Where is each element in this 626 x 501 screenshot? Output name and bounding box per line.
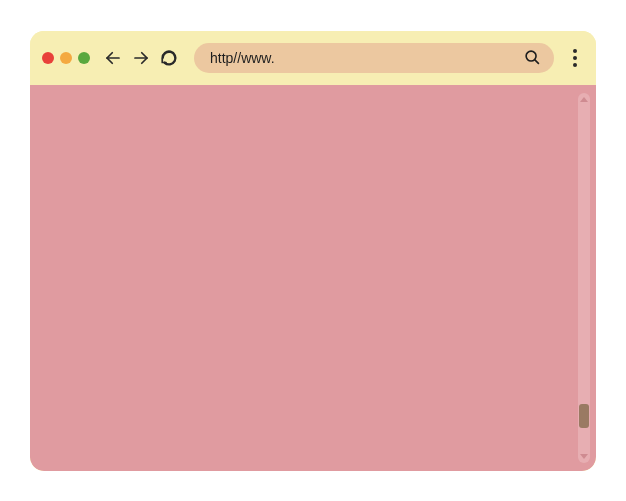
content-area <box>30 85 596 471</box>
reload-button[interactable] <box>158 47 180 69</box>
vertical-scrollbar[interactable] <box>578 93 590 463</box>
search-icon <box>524 49 541 66</box>
close-window-button[interactable] <box>42 52 54 64</box>
arrow-right-icon <box>132 49 150 67</box>
minimize-window-button[interactable] <box>60 52 72 64</box>
scroll-track[interactable] <box>578 102 590 454</box>
window-controls <box>42 52 90 64</box>
svg-line-3 <box>534 60 538 64</box>
url-input[interactable] <box>210 50 520 66</box>
address-bar[interactable] <box>194 43 554 73</box>
search-button[interactable] <box>520 46 544 70</box>
svg-point-2 <box>526 51 536 61</box>
reload-icon <box>160 49 178 67</box>
browser-toolbar <box>30 31 596 85</box>
browser-window <box>30 31 596 471</box>
scroll-thumb[interactable] <box>579 404 589 428</box>
maximize-window-button[interactable] <box>78 52 90 64</box>
forward-button[interactable] <box>130 47 152 69</box>
back-button[interactable] <box>102 47 124 69</box>
menu-button[interactable] <box>566 46 584 70</box>
arrow-left-icon <box>104 49 122 67</box>
navigation-buttons <box>102 47 180 69</box>
menu-dots-icon <box>573 49 577 53</box>
scroll-down-button[interactable] <box>580 454 588 459</box>
